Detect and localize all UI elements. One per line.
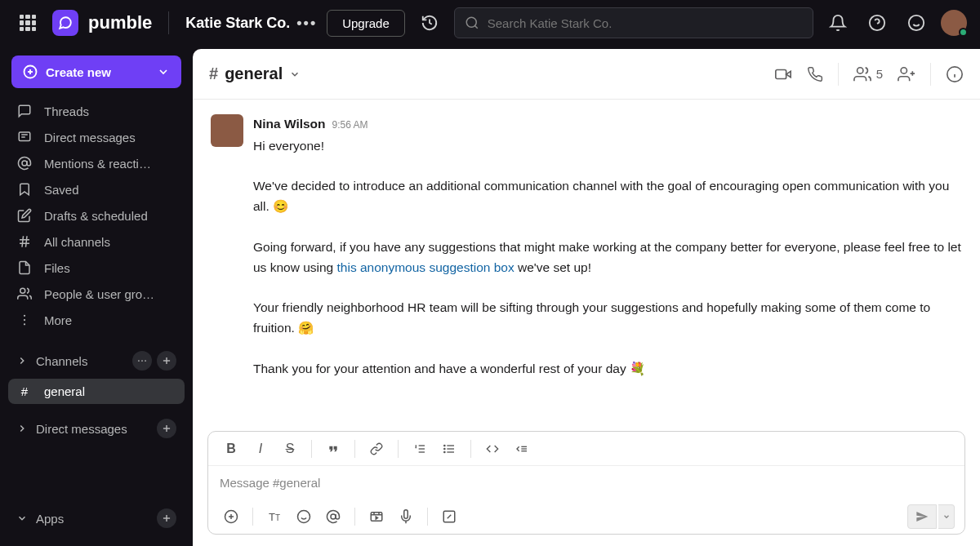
attach-button[interactable] (218, 504, 244, 530)
shortcuts-button[interactable] (436, 504, 462, 530)
svg-point-46 (444, 451, 445, 452)
notifications-icon[interactable] (823, 8, 853, 38)
message-text: Thank you for your attention and have a … (253, 359, 962, 380)
svg-point-53 (298, 511, 310, 523)
sidebar-item-label: People & user gro… (44, 287, 154, 301)
sidebar-item-threads[interactable]: Threads (0, 98, 193, 124)
svg-point-18 (24, 319, 25, 321)
bold-button[interactable]: B (218, 436, 244, 462)
sidebar-item-label: More (44, 313, 72, 327)
sidebar-item-people[interactable]: People & user gro… (0, 281, 193, 307)
members-button[interactable]: 5 (853, 65, 883, 83)
section-menu-icon[interactable] (132, 351, 152, 371)
divider (252, 508, 253, 526)
message-list: Nina Wilson 9:56 AM Hi everyone! We've d… (193, 100, 980, 431)
search-bar[interactable] (454, 7, 813, 38)
main-area: # general 5 (193, 49, 980, 546)
divider (470, 440, 471, 458)
divider (168, 11, 169, 34)
at-icon (16, 156, 33, 171)
chevron-down-icon (289, 69, 301, 80)
divider (354, 440, 355, 458)
emoji-icon[interactable] (902, 8, 931, 38)
svg-point-19 (24, 323, 25, 325)
sidebar-section-channels[interactable]: Channels (0, 343, 193, 379)
code-button[interactable] (479, 436, 506, 462)
search-input[interactable] (488, 16, 803, 30)
sidebar-channel-general[interactable]: # general (8, 379, 185, 404)
help-icon[interactable] (862, 8, 892, 38)
message-text: Hi everyone! (253, 136, 962, 157)
bookmark-icon (16, 182, 33, 197)
divider (354, 508, 355, 526)
app-grid-icon[interactable] (13, 8, 42, 38)
sidebar-item-files[interactable]: Files (0, 255, 193, 281)
history-icon[interactable] (415, 8, 444, 38)
mention-button[interactable] (320, 504, 346, 530)
svg-point-31 (857, 67, 862, 73)
add-dm-icon[interactable] (157, 419, 176, 438)
sidebar-item-more[interactable]: More (0, 307, 193, 333)
sidebar-item-label: Drafts & scheduled (44, 209, 148, 223)
audio-call-button[interactable] (807, 66, 823, 82)
channel-name-button[interactable]: # general (209, 64, 301, 83)
sidebar-item-label: Files (44, 261, 70, 275)
message-author[interactable]: Nina Wilson (253, 114, 326, 135)
sidebar-item-drafts[interactable]: Drafts & scheduled (0, 202, 193, 229)
sidebar-section-apps[interactable]: Apps (0, 500, 193, 536)
suggestion-box-link[interactable]: this anonymous suggestion box (337, 260, 514, 274)
threads-icon (16, 104, 33, 118)
strike-button[interactable]: S (277, 436, 303, 462)
sidebar-item-channels[interactable]: All channels (0, 229, 193, 255)
sidebar-item-saved[interactable]: Saved (0, 176, 193, 202)
format-toggle-button[interactable]: TT (261, 504, 287, 530)
svg-point-17 (24, 315, 25, 317)
svg-rect-29 (775, 69, 786, 78)
section-label: Direct messages (36, 422, 127, 436)
app-logo-icon[interactable] (52, 10, 78, 36)
bullet-list-button[interactable] (436, 436, 462, 462)
divider (398, 440, 399, 458)
sidebar-section-dms[interactable]: Direct messages (0, 411, 193, 446)
sidebar-item-label: Mentions & reacti… (44, 157, 151, 171)
message-avatar[interactable] (211, 114, 243, 147)
status-online-icon (959, 28, 968, 37)
send-button[interactable] (907, 504, 937, 529)
hash-icon: # (16, 384, 33, 398)
channel-info-button[interactable] (946, 65, 964, 83)
chevron-right-icon (16, 423, 28, 434)
chevron-down-icon (157, 65, 170, 78)
message-input[interactable]: Message #general (208, 466, 964, 499)
svg-point-32 (901, 67, 906, 73)
sidebar-item-dms[interactable]: Direct messages (0, 124, 193, 150)
audio-clip-button[interactable] (393, 504, 419, 530)
link-button[interactable] (363, 436, 390, 462)
section-label: Apps (36, 512, 64, 526)
svg-marker-30 (786, 71, 791, 77)
add-app-icon[interactable] (157, 508, 176, 528)
sidebar-item-mentions[interactable]: Mentions & reacti… (0, 150, 193, 176)
italic-button[interactable]: I (247, 436, 274, 462)
plus-circle-icon (23, 64, 38, 79)
emoji-picker-button[interactable] (291, 504, 317, 530)
codeblock-button[interactable] (509, 436, 535, 462)
add-channel-icon[interactable] (157, 351, 176, 371)
hash-icon (16, 234, 33, 249)
svg-point-11 (22, 161, 27, 166)
upgrade-button[interactable]: Upgrade (327, 10, 405, 37)
format-toolbar: B I S (208, 432, 964, 466)
composer-bottom-bar: TT (208, 499, 964, 534)
blockquote-button[interactable] (320, 436, 346, 462)
video-clip-button[interactable] (363, 504, 390, 530)
video-call-button[interactable] (774, 65, 792, 83)
ordered-list-button[interactable] (407, 436, 433, 462)
chevron-right-icon (16, 355, 28, 366)
create-new-button[interactable]: Create new (11, 55, 181, 88)
send-options-button[interactable] (938, 504, 955, 529)
sidebar: Create new Threads Direct messages Menti… (0, 46, 193, 546)
sidebar-item-label: Saved (44, 183, 79, 197)
user-avatar[interactable] (941, 10, 967, 36)
workspace-switcher[interactable]: Katie Stark Co. ••• (185, 15, 317, 32)
add-member-button[interactable] (898, 65, 915, 83)
dm-icon (16, 130, 33, 144)
